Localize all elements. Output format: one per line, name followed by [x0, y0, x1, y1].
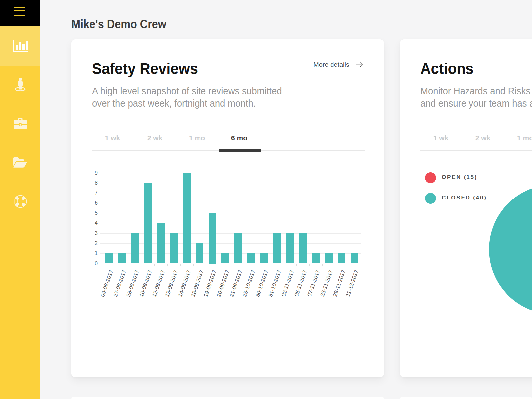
- svg-text:20-09-2017: 20-09-2017: [215, 269, 230, 298]
- svg-text:11-12-2017: 11-12-2017: [345, 269, 359, 297]
- svg-text:29-11-2017: 29-11-2017: [332, 269, 346, 297]
- svg-text:02-11-2017: 02-11-2017: [280, 269, 295, 297]
- svg-text:05-11-2017: 05-11-2017: [293, 269, 308, 297]
- svg-text:23-11-2017: 23-11-2017: [319, 269, 333, 297]
- svg-text:31-10-2017: 31-10-2017: [267, 269, 282, 298]
- svg-text:07-11-2017: 07-11-2017: [306, 269, 321, 297]
- svg-text:10-09-2017: 10-09-2017: [138, 269, 153, 298]
- svg-text:14-09-2017: 14-09-2017: [177, 269, 192, 298]
- svg-text:21-09-2017: 21-09-2017: [228, 269, 243, 298]
- svg-text:30-10-2017: 30-10-2017: [254, 269, 269, 298]
- svg-text:12-09-2017: 12-09-2017: [151, 269, 166, 298]
- svg-text:28-08-2017: 28-08-2017: [125, 269, 140, 298]
- svg-text:27-08-2017: 27-08-2017: [112, 269, 127, 298]
- svg-text:19-09-2017: 19-09-2017: [202, 269, 217, 298]
- svg-text:25-10-2017: 25-10-2017: [241, 269, 256, 298]
- svg-text:18-09-2017: 18-09-2017: [190, 269, 204, 298]
- svg-text:13-09-2017: 13-09-2017: [164, 269, 179, 298]
- svg-text:09-08-2017: 09-08-2017: [99, 269, 114, 298]
